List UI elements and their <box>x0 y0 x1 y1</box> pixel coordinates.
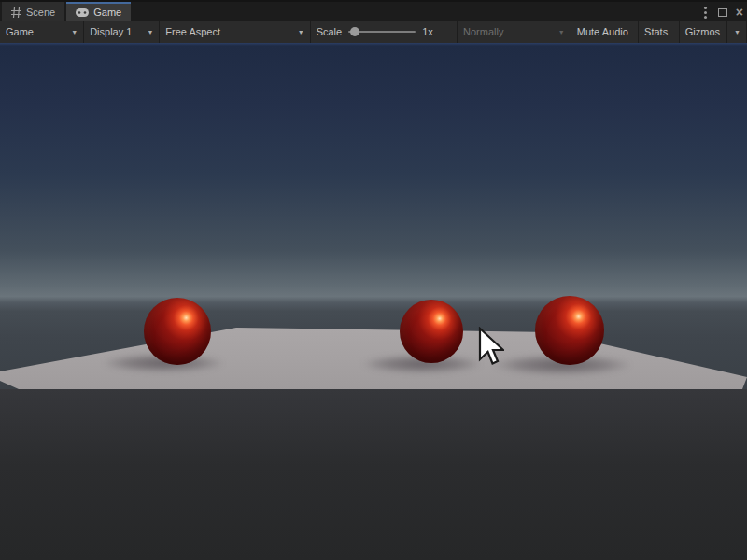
mute-audio-label: Mute Audio <box>577 26 628 37</box>
red-sphere-middle <box>400 300 463 363</box>
below-plane-area <box>0 389 747 560</box>
tab-game-label: Game <box>93 7 121 18</box>
game-view-toolbar: Game ▼ Display 1 ▼ Free Aspect ▼ Scale 1… <box>0 21 747 43</box>
scale-value: 1x <box>422 26 433 37</box>
game-viewport[interactable] <box>0 43 747 560</box>
aspect-ratio-dropdown[interactable]: Free Aspect ▼ <box>160 21 310 43</box>
scale-slider-knob[interactable] <box>350 27 359 36</box>
red-sphere-left <box>144 298 211 365</box>
display-target-dropdown[interactable]: Game ▼ <box>0 21 84 43</box>
grid-icon <box>11 7 21 18</box>
play-focus-label: Normally <box>463 26 503 37</box>
maximize-icon[interactable] <box>718 8 727 17</box>
chevron-down-icon: ▼ <box>298 29 304 35</box>
tab-scene-label: Scene <box>26 7 55 18</box>
red-sphere-right <box>535 296 604 365</box>
mouse-cursor-icon <box>478 327 504 373</box>
tab-game[interactable]: Game <box>66 2 131 21</box>
scale-control: Scale 1x <box>311 21 457 43</box>
chevron-down-icon: ▼ <box>726 21 740 43</box>
display-target-label: Game <box>6 26 34 37</box>
gizmos-label: Gizmos <box>685 26 720 37</box>
aspect-ratio-label: Free Aspect <box>165 26 220 37</box>
gamepad-icon <box>76 8 89 17</box>
tab-bar: Scene Game × <box>0 0 747 21</box>
kebab-menu-icon[interactable] <box>704 11 707 14</box>
chevron-down-icon: ▼ <box>71 29 78 35</box>
tab-scene[interactable]: Scene <box>2 2 64 21</box>
chevron-down-icon: ▼ <box>558 29 565 35</box>
unity-game-window: Scene Game × Game ▼ Display 1 ▼ <box>0 0 747 560</box>
display-dropdown[interactable]: Display 1 ▼ <box>84 21 160 43</box>
close-icon[interactable]: × <box>736 6 743 19</box>
play-focus-dropdown[interactable]: Normally ▼ <box>457 21 571 43</box>
display-label: Display 1 <box>90 26 132 37</box>
stats-label: Stats <box>644 26 668 37</box>
chevron-down-icon: ▼ <box>147 29 153 35</box>
scale-label: Scale <box>317 26 343 37</box>
stats-button[interactable]: Stats <box>639 21 680 43</box>
mute-audio-button[interactable]: Mute Audio <box>571 21 639 43</box>
window-controls: × <box>701 5 743 20</box>
gizmos-dropdown[interactable]: Gizmos ▼ <box>680 21 747 43</box>
scale-slider[interactable] <box>348 27 416 36</box>
